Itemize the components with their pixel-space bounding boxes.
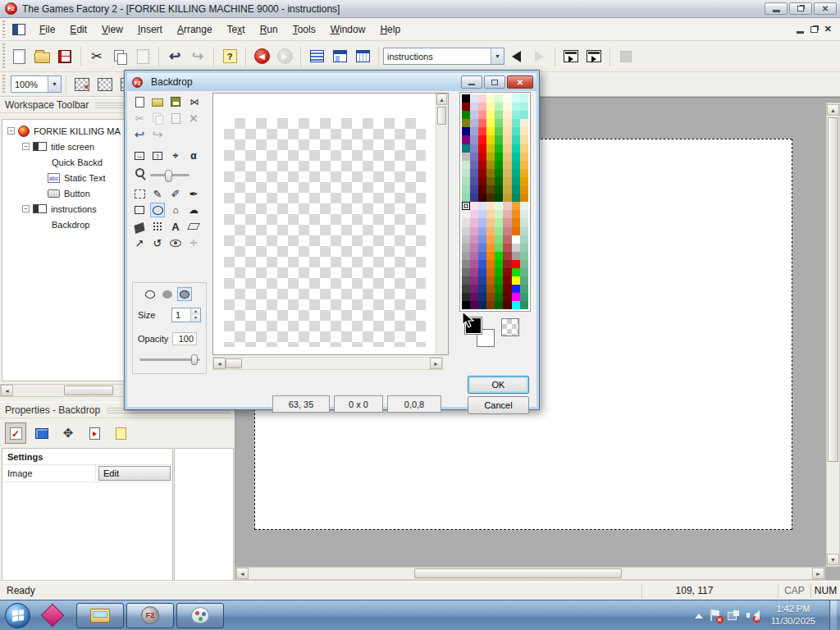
palette-cell[interactable]: [503, 185, 511, 194]
palette-cell[interactable]: [503, 252, 511, 260]
taskbar-paint-button[interactable]: [176, 603, 224, 628]
transparent-checkerboard[interactable]: [224, 118, 426, 347]
palette-cell[interactable]: [462, 210, 470, 218]
palette-cell[interactable]: [512, 244, 520, 252]
palette-cell[interactable]: [486, 301, 495, 309]
menu-tools[interactable]: Tools: [285, 21, 323, 39]
palette-cell[interactable]: [462, 103, 470, 111]
canvas-hscrollbar[interactable]: ◄ ►: [212, 357, 443, 370]
palette-cell[interactable]: [512, 103, 520, 111]
palette-cell[interactable]: [512, 119, 520, 127]
palette-cell[interactable]: [462, 144, 470, 153]
tab-about[interactable]: [110, 422, 131, 444]
palette-cell[interactable]: [486, 202, 495, 210]
palette-cell[interactable]: [520, 202, 528, 210]
scroll-right-arrow[interactable]: ►: [812, 568, 824, 579]
scroll-right-arrow[interactable]: ►: [430, 358, 442, 369]
palette-cell[interactable]: [478, 202, 486, 210]
image-canvas[interactable]: ▲: [212, 93, 449, 355]
palette-cell[interactable]: [478, 135, 486, 144]
rectangle-tool-button[interactable]: [132, 203, 147, 217]
menu-edit[interactable]: Edit: [62, 21, 94, 39]
palette-cell[interactable]: [486, 252, 495, 260]
palette-cell[interactable]: [462, 194, 470, 202]
palette-cell[interactable]: [478, 252, 486, 260]
palette-cell[interactable]: [470, 111, 478, 119]
palette-cell[interactable]: [486, 218, 495, 226]
palette-cell[interactable]: [503, 301, 511, 309]
palette-cell[interactable]: [503, 169, 511, 177]
undo-button[interactable]: ↩: [164, 46, 185, 67]
palette-cell[interactable]: [495, 111, 503, 119]
tab-runtime[interactable]: [84, 422, 105, 444]
event-editor-button[interactable]: [352, 46, 373, 67]
copy-button[interactable]: [109, 46, 130, 67]
palette-cell[interactable]: [486, 285, 495, 293]
view-tool-button[interactable]: [168, 235, 183, 250]
scroll-thumb[interactable]: [226, 358, 242, 368]
palette-cell[interactable]: [520, 235, 528, 244]
palette-cell[interactable]: [462, 293, 470, 301]
palette-cell[interactable]: [486, 119, 495, 127]
foreground-color-swatch[interactable]: [464, 317, 482, 335]
storyboard-editor-button[interactable]: [306, 46, 327, 67]
zoom-tool-button[interactable]: [132, 165, 147, 180]
show-desktop-button[interactable]: [829, 600, 837, 630]
menu-text[interactable]: Text: [220, 21, 253, 39]
palette-cell[interactable]: [478, 301, 486, 309]
spray-tool-button[interactable]: [150, 219, 165, 234]
palette-cell[interactable]: [520, 268, 528, 276]
help-button[interactable]: ?: [219, 46, 240, 67]
palette-cell[interactable]: [495, 119, 503, 127]
tab-settings[interactable]: ✓: [5, 422, 26, 444]
palette-cell[interactable]: [503, 235, 511, 244]
palette-cell[interactable]: [486, 210, 495, 218]
palette-cell[interactable]: [495, 103, 503, 111]
palette-cell[interactable]: [470, 210, 478, 218]
zoom-slider[interactable]: [150, 174, 189, 176]
close-button[interactable]: ✕: [814, 2, 837, 15]
frame-vscrollbar[interactable]: ▲ ▼: [826, 103, 840, 567]
palette-cell[interactable]: [512, 260, 520, 268]
palette-cell[interactable]: [512, 185, 520, 194]
palette-cell[interactable]: [512, 177, 520, 185]
palette-cell[interactable]: [486, 227, 495, 235]
palette-cell[interactable]: [512, 285, 520, 293]
palette-cell[interactable]: [520, 177, 528, 185]
taskbar-clock[interactable]: 1:42 PM 11/30/2025: [765, 603, 822, 628]
palette-cell[interactable]: [470, 153, 478, 161]
palette-cell[interactable]: [495, 244, 503, 252]
size-horizontal-button[interactable]: ↔: [132, 148, 147, 163]
palette-cell[interactable]: [470, 185, 478, 194]
palette-cell[interactable]: [503, 260, 511, 268]
palette-cell[interactable]: [462, 153, 470, 161]
palette-cell[interactable]: [486, 177, 495, 185]
previous-frame-button[interactable]: [505, 46, 527, 67]
mode-outline-button[interactable]: [143, 287, 158, 301]
palette-cell[interactable]: [462, 260, 470, 268]
shrink-button[interactable]: ⋈: [186, 94, 201, 109]
palette-cell[interactable]: [470, 127, 478, 135]
palette-cell[interactable]: [486, 268, 495, 276]
palette-cell[interactable]: [520, 293, 528, 301]
palette-cell[interactable]: [470, 244, 478, 252]
save-image-button[interactable]: [168, 94, 183, 109]
palette-cell[interactable]: [478, 210, 486, 218]
palette-cell[interactable]: [495, 260, 503, 268]
palette-cell[interactable]: [478, 94, 486, 103]
palette-cell[interactable]: [512, 210, 520, 218]
cut-button[interactable]: ✂: [86, 46, 107, 67]
ok-button[interactable]: OK: [468, 376, 529, 394]
frame-selector-combo[interactable]: instructions ▼: [383, 48, 504, 65]
palette-cell[interactable]: [495, 161, 503, 169]
palette-cell[interactable]: [470, 260, 478, 268]
palette-cell[interactable]: [520, 144, 528, 153]
palette-cell[interactable]: [495, 177, 503, 185]
redo-tool-button[interactable]: ↪: [150, 127, 165, 142]
taskbar-pink-app-icon[interactable]: [39, 604, 66, 627]
back-button[interactable]: ◀: [251, 46, 272, 67]
palette-cell[interactable]: [520, 185, 528, 194]
tab-size-position[interactable]: ✥: [57, 422, 79, 444]
polygon-tool-button[interactable]: ⌂: [168, 203, 183, 217]
palette-cell[interactable]: [495, 285, 503, 293]
